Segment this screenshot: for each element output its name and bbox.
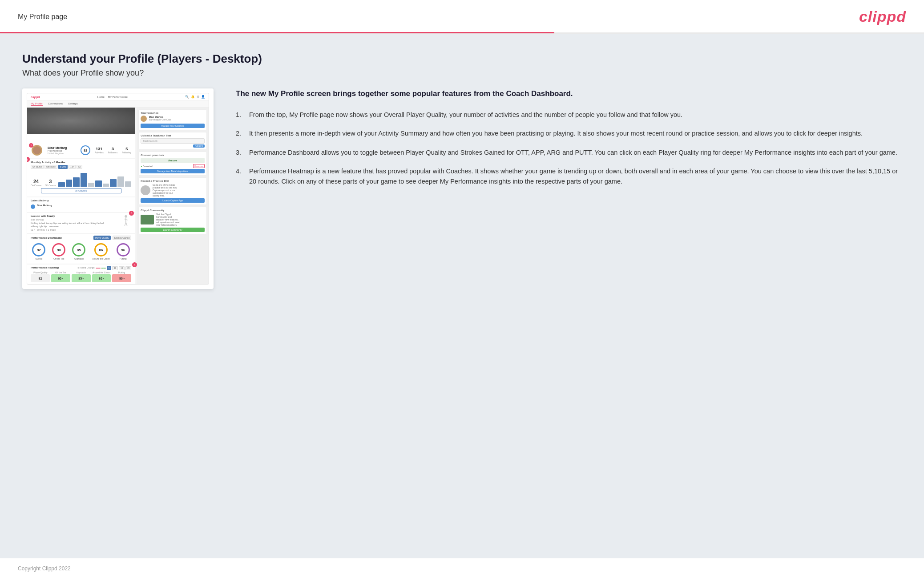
content-layout: clippd Home My Performance 🔍 🔔 ⚙ 👤 My Pr… <box>22 88 902 289</box>
badge-1: 1 <box>29 143 33 148</box>
trackman-title: Upload a Trackman Test <box>141 134 205 137</box>
ring-overall-label: Overall <box>32 257 45 260</box>
nav-performance[interactable]: My Performance <box>108 96 128 98</box>
drill-thumb <box>141 185 150 195</box>
activities-value: 131 <box>95 147 104 151</box>
filter-all[interactable]: All <box>77 165 82 169</box>
ring-around-green-label: Around the Green <box>92 257 110 260</box>
toggle-player-quality[interactable]: Player Quality <box>93 236 111 240</box>
heatmap-filter-15[interactable]: 15 <box>119 266 125 270</box>
lesson-right <box>109 215 131 231</box>
svg-line-3 <box>125 222 126 226</box>
all-activities-btn-wrap: All Activities <box>31 188 131 193</box>
bar-9 <box>117 176 124 187</box>
list-item-4-text: Performance Heatmap is a new feature tha… <box>249 166 902 186</box>
page-heading: Understand your Profile (Players - Deskt… <box>22 52 902 66</box>
subnav-profile[interactable]: My Profile <box>31 102 43 106</box>
app-subnav: My Profile Connections Settings <box>27 101 209 108</box>
nav-home[interactable]: Home <box>97 96 105 98</box>
settings-icon[interactable]: ⚙ <box>197 95 199 99</box>
ring-off-tee[interactable]: 90 Off the Tee <box>52 243 65 260</box>
drill-title: Record a Practice Drill <box>141 180 205 182</box>
latest-icon-1 <box>31 204 35 209</box>
bell-icon[interactable]: 🔔 <box>191 95 195 99</box>
mock-right-col: Your Coaches Dan Davies Barnmapple Golf … <box>137 108 209 284</box>
bar-6 <box>95 180 102 187</box>
lesson-title: Lesson with Fondy <box>31 215 106 217</box>
course-stats: 24 On Course 3 Off Course <box>31 179 56 187</box>
heatmap-filter-20[interactable]: 20 <box>125 266 131 270</box>
performance-dashboard: Performance Dashboard Player Quality Str… <box>27 234 135 264</box>
app-mockup: clippd Home My Performance 🔍 🔔 ⚙ 👤 My Pr… <box>27 93 209 284</box>
bar-4 <box>81 173 87 187</box>
heatmap-cell-4[interactable]: 86 ↘ <box>92 274 111 282</box>
filter-1-year[interactable]: 1 yr <box>69 165 76 169</box>
filter-6-months[interactable]: 6 Mths <box>58 165 68 169</box>
all-activities-btn[interactable]: All Activities <box>41 188 121 193</box>
ring-approach[interactable]: 85 Approach <box>72 243 85 260</box>
trackman-add-btn[interactable]: Add Link <box>193 144 205 148</box>
copyright: Copyright Clippd 2022 <box>18 565 71 572</box>
ring-putting-circle: 96 <box>117 243 130 256</box>
quality-rings: 92 Overall 90 Off the Tee 85 Approach <box>31 241 131 262</box>
heatmap-col-label-4: Around the Green <box>92 271 111 274</box>
latest-name: Blair McHarg <box>37 204 52 207</box>
bar-7 <box>103 184 109 187</box>
ring-putting-label: Putting <box>117 257 130 260</box>
ring-around-green[interactable]: 86 Around the Green <box>92 243 110 260</box>
description-intro: The new My Profile screen brings togethe… <box>236 88 902 99</box>
latest-text-1: Blair McHarg <box>37 204 52 207</box>
launch-capture-btn[interactable]: Launch Capture App <box>141 198 205 203</box>
drill-content-row: Go to one of the Clippd practice drills … <box>141 184 205 197</box>
heatmap-col-label-3: Approach <box>71 271 91 274</box>
quality-value: 92 <box>84 149 87 152</box>
lesson-section: Lesson with Fondy Blair McHarg Nothing t… <box>27 213 135 233</box>
heatmap-cell-2[interactable]: 90 ↘ <box>51 274 70 282</box>
following-value: 5 <box>122 147 131 151</box>
quality-circle[interactable]: 92 <box>81 145 90 155</box>
disconnect-btn[interactable]: Disconnect <box>193 164 205 168</box>
heatmap-section: Performance Heatmap 5 Round Change: ▬▬ ▬… <box>27 264 135 284</box>
heatmap-cell-5[interactable]: 96 ↘ <box>112 274 131 282</box>
ring-off-tee-circle: 90 <box>52 243 65 256</box>
app-nav-logo: clippd <box>31 96 40 99</box>
bar-2 <box>66 180 73 187</box>
heatmap-cell-3[interactable]: 85 ↘ <box>72 274 91 282</box>
heatmap-col-label-1: Player Quality <box>31 271 50 274</box>
activity-section: 2 Monthly Activity - 6 Months On-course … <box>27 159 135 196</box>
ring-putting[interactable]: 96 Putting <box>117 243 130 260</box>
heatmap-filter-10[interactable]: 10 <box>112 266 118 270</box>
ring-overall[interactable]: 92 Overall <box>32 243 45 260</box>
subnav-connections[interactable]: Connections <box>48 102 63 106</box>
trackman-section: Upload a Trackman Test Trackman Link Add… <box>138 132 207 150</box>
arccos-connected-row: ● Connected Disconnect <box>141 164 205 168</box>
search-icon[interactable]: 🔍 <box>185 95 189 99</box>
heatmap-filter-5[interactable]: 5 <box>107 266 112 270</box>
launch-community-btn[interactable]: Launch Community <box>141 228 205 232</box>
latest-activity-section: Latest Activity Blair McHarg <box>27 197 135 212</box>
badge-2: 2 <box>27 157 30 162</box>
manage-integrations-btn[interactable]: Manage Your Data Integrations <box>141 169 205 173</box>
app-nav: clippd Home My Performance 🔍 🔔 ⚙ 👤 <box>27 93 209 101</box>
coach-info-row: Dan Davies Barnmapple Golf Club <box>141 116 205 122</box>
user-icon[interactable]: 👤 <box>201 95 205 99</box>
followers-value: 3 <box>108 147 117 151</box>
activity-filters: On-course Off course 6 Mths 1 yr All <box>31 165 82 169</box>
manage-coaches-btn[interactable]: Manage Your Coaches <box>141 124 205 128</box>
trackman-input[interactable]: Trackman Link <box>141 138 205 144</box>
coach-club: Barnmapple Golf Club <box>149 118 171 121</box>
toggle-strokes-gained[interactable]: Strokes Gained <box>113 236 131 240</box>
app-nav-icons: 🔍 🔔 ⚙ 👤 <box>185 95 205 99</box>
filter-on-course[interactable]: On-course <box>31 165 44 169</box>
filter-off-course[interactable]: Off course <box>44 165 57 169</box>
following-label: Following <box>122 151 131 154</box>
heatmap-header: Performance Heatmap 5 Round Change: ▬▬ ▬… <box>31 266 131 270</box>
heatmap-cell-1[interactable]: 92 <box>31 274 50 282</box>
footer: Copyright Clippd 2022 <box>0 558 924 577</box>
subnav-settings[interactable]: Settings <box>68 102 78 106</box>
perf-title: Performance Dashboard <box>31 236 62 239</box>
activities-stat: 131 Activities <box>95 147 104 154</box>
latest-title: Latest Activity <box>31 199 131 202</box>
community-section: Clippd Community Visit the Clippd Commun… <box>138 207 207 234</box>
on-course-val: 24 <box>31 179 41 184</box>
